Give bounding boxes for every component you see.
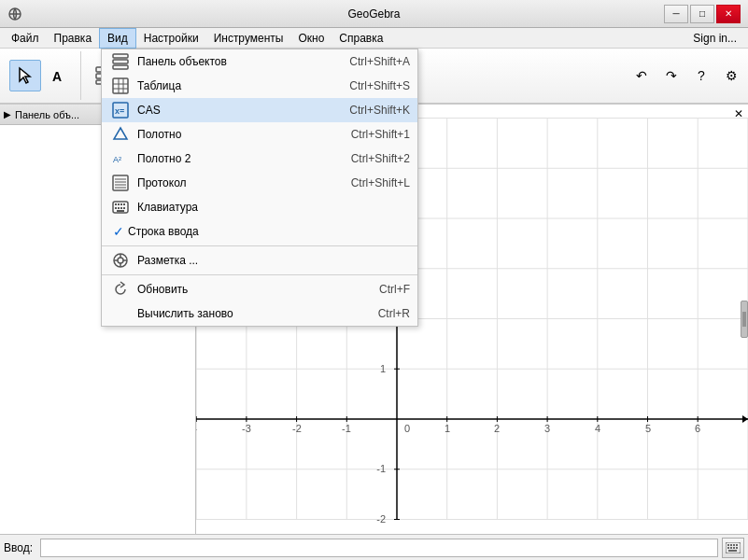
keyboard-icon: [109, 196, 132, 218]
svg-text:-4: -4: [196, 423, 197, 434]
refresh-label: Обновить: [137, 283, 379, 296]
svg-text:5: 5: [645, 423, 651, 434]
recalc-shortcut: Ctrl+R: [378, 307, 410, 320]
layout-icon: [109, 249, 132, 272]
svg-rect-92: [113, 65, 128, 69]
close-button[interactable]: ✕: [716, 5, 741, 23]
canvas1-shortcut: Ctrl+Shift+1: [351, 128, 410, 141]
menu-entry-keyboard[interactable]: Клавиатура: [102, 195, 417, 219]
objects-panel-icon: [109, 50, 132, 73]
menu-tools[interactable]: Инструменты: [206, 28, 291, 49]
menu-file[interactable]: Файл: [4, 28, 47, 49]
svg-text:1: 1: [380, 363, 386, 374]
menu-divider-2: [102, 274, 417, 275]
resize-handle[interactable]: [741, 301, 748, 338]
menu-help[interactable]: Справка: [332, 28, 390, 49]
objects-panel-label: Панель объектов: [137, 55, 349, 68]
ribbon-redo-btn[interactable]: ↷: [658, 63, 684, 89]
protocol-icon: [109, 172, 132, 194]
svg-rect-115: [123, 207, 125, 209]
ribbon-undo-btn[interactable]: ↶: [628, 63, 655, 89]
canvas2-shortcut: Ctrl+Shift+2: [351, 152, 410, 165]
svg-text:-1: -1: [342, 423, 351, 434]
ribbon-cursor-btn[interactable]: [9, 60, 41, 91]
svg-text:x=: x=: [115, 106, 124, 116]
menu-settings[interactable]: Настройки: [136, 28, 206, 49]
svg-text:-2: -2: [292, 423, 302, 434]
view-dropdown-menu: Панель объектов Ctrl+Shift+A Таблица Ctr…: [101, 49, 418, 327]
ribbon-right: ↶ ↷ ? ⚙: [628, 63, 744, 89]
svg-rect-83: [733, 544, 735, 546]
svg-rect-88: [736, 547, 738, 549]
menu-entry-recalc[interactable]: Вычислить заново Ctrl+R: [102, 301, 417, 326]
svg-rect-113: [118, 207, 120, 209]
maximize-button[interactable]: □: [690, 5, 714, 23]
menu-window[interactable]: Окно: [290, 28, 332, 49]
menu-entry-canvas1[interactable]: Полотно Ctrl+Shift+1: [102, 122, 417, 147]
canvas2-label: Полотно 2: [137, 152, 351, 165]
input-row-label: Строка ввода: [128, 225, 410, 238]
table-icon: [109, 75, 132, 97]
checkmark-icon: ✓: [109, 224, 128, 239]
cas-label: CAS: [137, 104, 349, 117]
svg-marker-38: [742, 415, 748, 423]
svg-rect-114: [120, 207, 122, 209]
objects-panel-shortcut: Ctrl+Shift+A: [349, 55, 410, 68]
ribbon-text-btn[interactable]: A: [43, 60, 75, 91]
svg-rect-108: [115, 203, 117, 205]
menu-entry-objects-panel[interactable]: Панель объектов Ctrl+Shift+A: [102, 49, 417, 74]
cas-shortcut: Ctrl+Shift+K: [349, 104, 410, 117]
bottom-bar: Ввод:: [0, 534, 748, 560]
svg-text:-1: -1: [376, 463, 386, 474]
svg-rect-109: [118, 203, 120, 205]
keyboard-button[interactable]: [722, 538, 744, 558]
menu-entry-layout[interactable]: Разметка ...: [102, 248, 417, 273]
svg-text:4: 4: [595, 423, 600, 434]
canvas1-icon: [109, 123, 132, 146]
input-field[interactable]: [40, 539, 718, 557]
svg-text:-2: -2: [376, 513, 386, 525]
svg-rect-91: [113, 60, 128, 63]
svg-text:A: A: [52, 69, 62, 84]
menu-entry-input-row[interactable]: ✓ Строка ввода: [102, 219, 417, 244]
ribbon-help-btn[interactable]: ?: [688, 63, 714, 89]
svg-rect-85: [727, 547, 729, 549]
refresh-icon: [109, 278, 132, 301]
sign-in-link[interactable]: Sign in...: [685, 30, 744, 47]
svg-rect-93: [113, 78, 128, 93]
menu-entry-protocol[interactable]: Протокол Ctrl+Shift+L: [102, 171, 417, 195]
layout-label: Разметка ...: [137, 254, 410, 267]
menu-entry-refresh[interactable]: Обновить Ctrl+F: [102, 277, 417, 301]
close-canvas-btn[interactable]: ✕: [731, 106, 746, 121]
ribbon-gear-btn[interactable]: ⚙: [718, 63, 744, 89]
svg-text:-3: -3: [242, 423, 251, 434]
app-icon: [7, 7, 22, 21]
table-shortcut: Ctrl+Shift+S: [349, 79, 410, 92]
svg-point-118: [118, 258, 123, 263]
canvas2-icon: A²: [109, 147, 132, 170]
menu-view[interactable]: Вид: [99, 28, 136, 49]
menu-bar: Файл Правка Вид Настройки Инструменты Ок…: [0, 28, 748, 49]
svg-marker-100: [114, 128, 127, 139]
input-label: Ввод:: [4, 541, 36, 554]
protocol-shortcut: Ctrl+Shift+L: [351, 176, 410, 189]
menu-entry-table[interactable]: Таблица Ctrl+Shift+S: [102, 74, 417, 98]
svg-text:1: 1: [445, 423, 450, 434]
menu-entry-cas[interactable]: x= CAS Ctrl+Shift+K: [102, 98, 417, 122]
menu-edit[interactable]: Правка: [47, 28, 100, 49]
svg-rect-111: [123, 203, 125, 205]
svg-rect-116: [117, 210, 124, 212]
svg-rect-90: [113, 54, 128, 58]
table-label: Таблица: [137, 79, 349, 92]
menu-divider-1: [102, 245, 417, 246]
svg-rect-87: [733, 547, 735, 549]
svg-rect-86: [730, 547, 732, 549]
svg-rect-110: [120, 203, 122, 205]
svg-rect-89: [728, 550, 737, 552]
ribbon-section-cursor: A: [4, 51, 81, 100]
minimize-button[interactable]: ─: [664, 5, 688, 23]
menu-entry-canvas2[interactable]: A² Полотно 2 Ctrl+Shift+2: [102, 147, 417, 171]
canvas1-label: Полотно: [137, 128, 351, 141]
window-title: GeoGebra: [347, 7, 400, 21]
svg-rect-84: [736, 544, 738, 546]
